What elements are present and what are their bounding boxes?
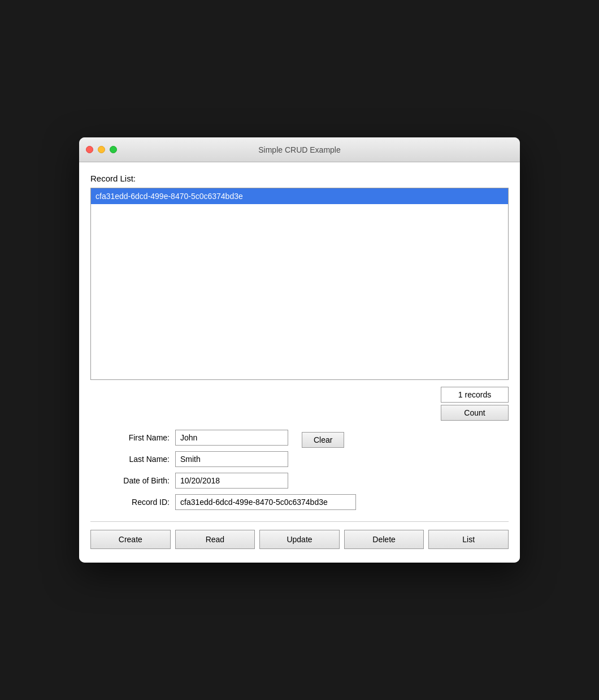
window-title: Simple CRUD Example [258,145,340,154]
count-area: 1 records Count [90,387,509,421]
form-area: First Name: Last Name: Date of Birth: Cl… [90,430,509,510]
divider [90,521,509,522]
count-button[interactable]: Count [441,405,509,421]
traffic-lights [86,146,117,153]
last-name-input[interactable] [175,451,288,467]
first-name-input[interactable] [175,430,288,446]
title-bar: Simple CRUD Example [79,137,520,162]
update-button[interactable]: Update [259,530,340,549]
count-display: 1 records [441,387,509,403]
window-content: Record List: cfa31edd-6dcd-499e-8470-5c0… [79,162,520,563]
last-name-row: Last Name: [90,451,288,467]
delete-button[interactable]: Delete [344,530,424,549]
record-list-label: Record List: [90,174,509,183]
first-name-row: First Name: [90,430,288,446]
minimize-button[interactable] [98,146,105,153]
record-id-label: Record ID: [90,498,170,507]
dob-row: Date of Birth: [90,473,288,489]
record-id-input[interactable] [175,494,356,510]
read-button[interactable]: Read [175,530,255,549]
clear-button[interactable]: Clear [302,432,344,448]
record-id-row: Record ID: [90,494,509,510]
dob-label: Date of Birth: [90,476,170,485]
list-item[interactable]: cfa31edd-6dcd-499e-8470-5c0c6374bd3e [91,188,508,204]
close-button[interactable] [86,146,93,153]
record-listbox[interactable]: cfa31edd-6dcd-499e-8470-5c0c6374bd3e [90,188,509,380]
last-name-label: Last Name: [90,455,170,464]
list-button[interactable]: List [428,530,509,549]
dob-input[interactable] [175,473,288,489]
maximize-button[interactable] [110,146,117,153]
app-window: Simple CRUD Example Record List: cfa31ed… [79,137,520,563]
bottom-buttons: Create Read Update Delete List [90,530,509,551]
create-button[interactable]: Create [90,530,171,549]
first-name-label: First Name: [90,433,170,442]
